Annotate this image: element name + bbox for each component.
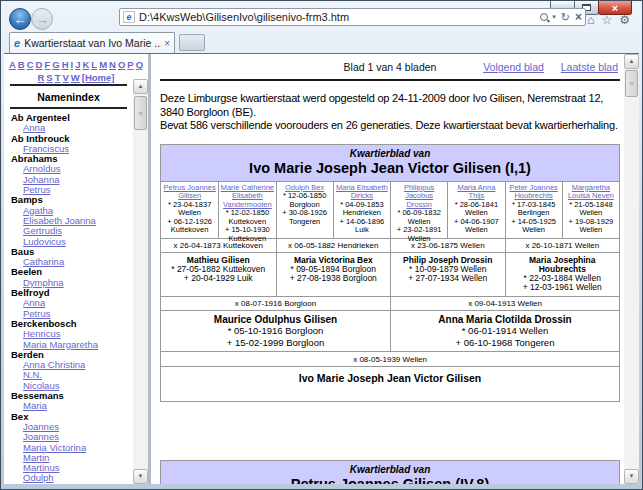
- refresh-icon[interactable]: ↻: [561, 12, 570, 23]
- person-dates: * 21-05-1848 Wellen + 19-08-1929 Wellen: [564, 201, 618, 235]
- back-button[interactable]: ←: [9, 8, 31, 30]
- person-dates: * 28-06-1841 Wellen + 04-06-1907 Wellen: [449, 201, 503, 235]
- scrollbar-thumb[interactable]: ≡: [134, 96, 147, 130]
- list-item: Maria: [11, 401, 131, 411]
- table1-title: Ivo Marie Joseph Jean Victor Gilisen (I,…: [161, 159, 619, 177]
- last-page-link[interactable]: Laatste blad: [561, 61, 618, 73]
- home-icon[interactable]: ⌂: [587, 14, 594, 27]
- person-dates: * 10-09-1879 Wellen + 27-07-1934 Wellen: [392, 265, 504, 284]
- ancestor-cell: Maria Victorina Bex* 09-05-1894 Borgloon…: [276, 253, 391, 296]
- surname-heading: Billen: [11, 483, 37, 484]
- given-name-link[interactable]: Joannes: [23, 431, 59, 442]
- person-dates: * 06-01-1914 Wellen + 06-10-1968 Tongere…: [392, 325, 618, 348]
- tab-bar: e Kwartierstaat van Ivo Marie ... ×: [1, 31, 642, 53]
- tab-close-icon[interactable]: ×: [164, 38, 170, 49]
- ancestor-cell: Maria Elisabeth Diricks* 04-09-1853 Hend…: [333, 182, 390, 238]
- ancestor-cell: Margaretha Louisa Neven* 21-05-1848 Well…: [562, 182, 619, 238]
- forward-icon: →: [36, 12, 49, 27]
- ancestor-cell: Maria Josephina Houbrechts* 22-03-1884 W…: [505, 253, 620, 296]
- parents-row: Maurice Odulphus Gilisen* 05-10-1916 Bor…: [161, 311, 619, 353]
- back-icon: ←: [14, 12, 27, 27]
- ancestor-cell: Maria Anna Thijs* 28-06-1841 Wellen + 04…: [447, 182, 504, 238]
- marriage-cell: x 26-04-1873 Kuttekoven: [161, 239, 276, 252]
- favorites-icon[interactable]: ☆: [601, 14, 612, 27]
- next-page-link[interactable]: Volgend blad: [483, 61, 544, 73]
- main-frame: Blad 1 van 4 bladen Volgend blad Laatste…: [151, 54, 639, 484]
- person-dates: * 12-06-1850 Borgloon + 30-08-1926 Tonge…: [278, 192, 332, 226]
- alphabet-letter-link[interactable]: M: [99, 59, 107, 70]
- table1-caption: Kwartierblad van: [161, 148, 619, 159]
- ancestor-cell: Peter Joannes Houbrechts* 17-03-1845 Ber…: [505, 182, 562, 238]
- ancestor-cell: Odulph Bex* 12-06-1850 Borgloon + 30-08-…: [276, 182, 333, 238]
- marriage-row-gen3: x 08-07-1916 Borgloonx 09-04-1913 Wellen: [161, 297, 619, 311]
- ancestor-cell: Philip Joseph Drossin* 10-09-1879 Wellen…: [390, 253, 505, 296]
- person-link[interactable]: Maria Elisabeth Diricks: [336, 183, 388, 201]
- alphabet-letter-link[interactable]: C: [27, 59, 34, 70]
- toolbar-icons: ⌂ ☆ ⚙: [587, 14, 630, 27]
- page-favicon: e: [123, 11, 135, 23]
- sidebar-title: Namenindex: [4, 86, 133, 107]
- tab-kwartierstaat[interactable]: e Kwartierstaat van Ivo Marie ... ×: [9, 32, 175, 53]
- person-dates: * 27-05-1882 Kuttekoven + 20-04-1929 Lui…: [162, 265, 275, 284]
- alphabet-letter-link[interactable]: P: [127, 59, 133, 70]
- scrollbar-thumb[interactable]: ≡: [625, 70, 638, 97]
- address-bar[interactable]: e D:\4KwsWeb\GilisenIvo\gilisenivo-frm3.…: [119, 8, 586, 26]
- surname-heading: Ab Intbrouck: [11, 133, 70, 144]
- scroll-up-button[interactable]: ▲: [133, 79, 148, 94]
- alphabet-letter-link[interactable]: B: [18, 59, 25, 70]
- sidebar-list-area: Namenindex Ab Argenteel Anna Ab Intbrouc…: [4, 79, 133, 484]
- stop-icon[interactable]: ×: [575, 12, 582, 23]
- marriage-row-parents: x 08-05-1939 Wellen: [161, 352, 619, 367]
- person-link[interactable]: Peter Joannes Houbrechts: [509, 183, 557, 201]
- given-name-link[interactable]: N.N.: [23, 369, 42, 380]
- alphabet-letter-link[interactable]: N: [109, 59, 116, 70]
- person-link[interactable]: Philippus Jacobus Drossin: [404, 183, 434, 209]
- alphabet-letter-link[interactable]: O: [118, 59, 125, 70]
- person-dates: * 05-10-1916 Borgloon + 15-02-1999 Borgl…: [162, 325, 389, 348]
- marriage-cell: x 09-04-1913 Wellen: [390, 297, 619, 310]
- alphabet-letter-link[interactable]: Q: [136, 59, 143, 70]
- alphabet-letter-link[interactable]: K: [82, 59, 89, 70]
- chevron-down-icon[interactable]: ▾: [552, 13, 556, 21]
- ancestor-cell: Anna Maria Clotilda Drossin* 06-01-1914 …: [390, 311, 619, 352]
- person-name: Anna Maria Clotilda Drossin: [392, 314, 618, 326]
- given-name-link[interactable]: Henricus: [23, 328, 61, 339]
- ancestor-cell: Marie Catherine Elisabeth Vandermooten* …: [218, 182, 275, 238]
- marriage-cell: x 06-05-1882 Hendrieken: [276, 239, 391, 252]
- person-dates: * 17-03-1845 Berlingen + 14-05-1925 Well…: [507, 201, 561, 235]
- main-scrollbar[interactable]: ▲ ≡ ▼: [624, 54, 639, 484]
- scroll-down-button[interactable]: ▼: [133, 469, 148, 484]
- kwartierblad-table-2: Kwartierblad van Petrus Joannes Gilisen …: [160, 460, 620, 484]
- forward-button[interactable]: →: [31, 8, 53, 30]
- surname-heading: Beelen: [11, 266, 42, 277]
- name-index-list: Ab Argenteel Anna Ab Intbrouck Franciscu…: [11, 113, 131, 484]
- alphabet-letter-link[interactable]: A: [9, 59, 16, 70]
- intro-line-1: Deze Limburgse kwartierstaat werd opgest…: [160, 92, 620, 119]
- scroll-down-button[interactable]: ▼: [624, 469, 639, 484]
- close-icon: ×: [612, 3, 618, 13]
- table-gap: [160, 402, 620, 451]
- marriage-row-gen4: x 26-04-1873 Kuttekovenx 06-05-1882 Hend…: [161, 239, 619, 253]
- url-text[interactable]: D:\4KwsWeb\GilisenIvo\gilisenivo-frm3.ht…: [139, 11, 539, 23]
- person-link[interactable]: Marie Catherine Elisabeth Vandermooten: [221, 183, 274, 209]
- divider: [160, 79, 620, 81]
- person-dates: * 23-04-1837 Wellen + 06-12-1926 Kutteko…: [162, 201, 217, 235]
- ancestor-cell: Mathieu Gilisen* 27-05-1882 Kuttekoven +…: [161, 253, 276, 296]
- alphabet-letter-link[interactable]: L: [91, 59, 97, 70]
- person-dates: * 22-03-1884 Wellen + 12-03-1961 Wellen: [507, 274, 619, 293]
- subject-name: Ivo Marie Joseph Jean Victor Gilisen: [161, 367, 619, 401]
- sidebar-scrollbar[interactable]: ▲ ≡ ▼: [133, 79, 148, 484]
- given-name-link[interactable]: Arnoldus: [23, 163, 61, 174]
- person-link[interactable]: Margaretha Louisa Neven: [568, 183, 614, 201]
- person-link[interactable]: Petrus Joannes Gilisen: [164, 183, 216, 201]
- given-name-link[interactable]: Maria Victorina: [23, 442, 86, 453]
- given-name-link[interactable]: Anna: [23, 297, 45, 308]
- person-name: Maurice Odulphus Gilisen: [162, 314, 389, 326]
- tools-gear-icon[interactable]: ⚙: [619, 14, 630, 27]
- new-tab-button[interactable]: [179, 34, 205, 51]
- given-name-link[interactable]: Gertrudis: [23, 225, 62, 236]
- marriage-cell: x 26-10-1871 Wellen: [505, 239, 620, 252]
- scroll-up-button[interactable]: ▲: [624, 54, 639, 69]
- search-icon[interactable]: [539, 12, 550, 23]
- person-link[interactable]: Maria Anna Thijs: [457, 183, 495, 201]
